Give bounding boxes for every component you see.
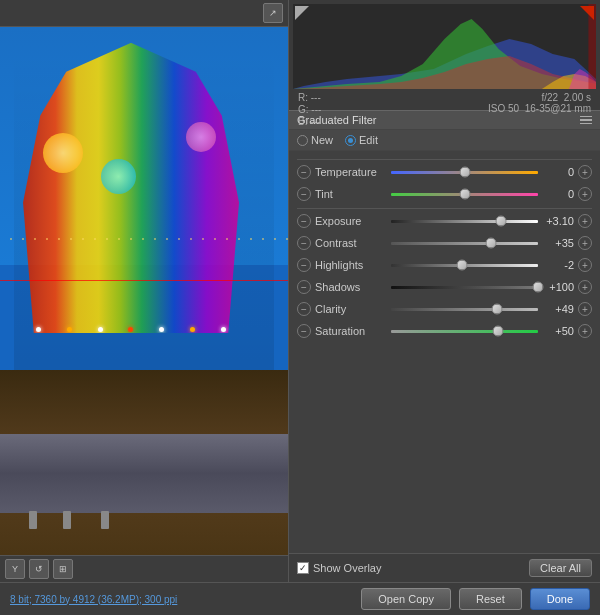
slider-track-saturation[interactable] <box>391 323 538 339</box>
image-container <box>0 27 288 555</box>
histogram-area: R: --- G: --- B: --- f/22 2.00 s ISO 50 … <box>289 0 600 110</box>
g-label: G: --- <box>298 104 321 115</box>
slider-thumb-highlights[interactable] <box>456 260 467 271</box>
slider-label-temperature: Temperature <box>315 166 387 178</box>
slider-minus-tint[interactable]: − <box>297 187 311 201</box>
slider-plus-tint[interactable]: + <box>578 187 592 201</box>
aperture-shutter: f/22 2.00 s <box>488 92 591 103</box>
slider-value-exposure: +3.10 <box>542 215 574 227</box>
slider-minus-shadows[interactable]: − <box>297 280 311 294</box>
radio-edit[interactable]: Edit <box>345 134 378 146</box>
slider-plus-temperature[interactable]: + <box>578 165 592 179</box>
checkbox-check-icon: ✓ <box>299 563 307 573</box>
slider-track-exposure[interactable] <box>391 213 538 229</box>
slider-track-bg-contrast <box>391 242 538 245</box>
open-copy-button[interactable]: Open Copy <box>361 588 451 610</box>
slider-track-highlights[interactable] <box>391 257 538 273</box>
radio-edit-dot <box>348 138 353 143</box>
slider-track-contrast[interactable] <box>391 235 538 251</box>
done-button[interactable]: Done <box>530 588 590 610</box>
action-buttons: Open Copy Reset Done <box>361 588 590 610</box>
slider-track-bg-tint <box>391 193 538 196</box>
image-panel: ↗ <box>0 0 288 582</box>
slider-thumb-clarity[interactable] <box>491 304 502 315</box>
slider-row-highlights: − Highlights -2 + <box>297 257 592 273</box>
histogram-svg <box>293 4 596 89</box>
slider-track-bg-temperature <box>391 171 538 174</box>
slider-thumb-tint[interactable] <box>459 189 470 200</box>
slider-minus-saturation[interactable]: − <box>297 324 311 338</box>
slider-track-bg-highlights <box>391 264 538 267</box>
r-label: R: --- <box>298 92 321 103</box>
sliders-area: − Temperature 0 + − Tint 0 + − Exposure … <box>289 151 600 553</box>
slider-track-bg-exposure <box>391 220 538 223</box>
top-area: ↗ <box>0 0 600 582</box>
slider-value-clarity: +49 <box>542 303 574 315</box>
image-toolbar: ↗ <box>0 0 288 27</box>
radio-edit-circle <box>345 135 356 146</box>
slider-value-shadows: +100 <box>542 281 574 293</box>
expand-icon[interactable]: ⊞ <box>53 559 73 579</box>
slider-minus-exposure[interactable]: − <box>297 214 311 228</box>
slider-row-exposure: − Exposure +3.10 + <box>297 213 592 229</box>
slider-value-saturation: +50 <box>542 325 574 337</box>
slider-plus-shadows[interactable]: + <box>578 280 592 294</box>
slider-track-clarity[interactable] <box>391 301 538 317</box>
slider-label-clarity: Clarity <box>315 303 387 315</box>
slider-thumb-shadows[interactable] <box>533 282 544 293</box>
bottom-bar: 8 bit; 7360 by 4912 (36.2MP); 300 ppi Op… <box>0 582 600 615</box>
clipping-highlights-icon[interactable] <box>580 6 594 20</box>
slider-row-temperature: − Temperature 0 + <box>297 164 592 180</box>
slider-track-bg-shadows <box>391 286 538 289</box>
show-overlay-label[interactable]: ✓ Show Overlay <box>297 562 381 574</box>
slider-plus-saturation[interactable]: + <box>578 324 592 338</box>
divider-1 <box>297 159 592 160</box>
slider-value-temperature: 0 <box>542 166 574 178</box>
overlay-bar: ✓ Show Overlay Clear All <box>289 553 600 582</box>
slider-plus-contrast[interactable]: + <box>578 236 592 250</box>
slider-thumb-contrast[interactable] <box>485 238 496 249</box>
slider-track-bg-saturation <box>391 330 538 333</box>
radio-new[interactable]: New <box>297 134 333 146</box>
navigate-icon[interactable]: ↗ <box>263 3 283 23</box>
slider-label-contrast: Contrast <box>315 237 387 249</box>
divider-2 <box>297 208 592 209</box>
slider-thumb-saturation[interactable] <box>493 326 504 337</box>
slider-thumb-temperature[interactable] <box>459 167 470 178</box>
slider-value-contrast: +35 <box>542 237 574 249</box>
iso-lens: ISO 50 16-35@21 mm <box>488 103 591 114</box>
rgb-info: R: --- G: --- B: --- f/22 2.00 s ISO 50 … <box>293 89 596 127</box>
b-label: B: --- <box>298 116 321 127</box>
slider-track-temperature[interactable] <box>391 164 538 180</box>
clipping-shadows-icon[interactable] <box>295 6 309 20</box>
slider-minus-highlights[interactable]: − <box>297 258 311 272</box>
histogram-canvas <box>293 4 596 89</box>
slider-label-tint: Tint <box>315 188 387 200</box>
rotate-icon[interactable]: ↺ <box>29 559 49 579</box>
slider-plus-clarity[interactable]: + <box>578 302 592 316</box>
slider-plus-highlights[interactable]: + <box>578 258 592 272</box>
image-bottom-bar: Y ↺ ⊞ <box>0 555 288 582</box>
slider-label-shadows: Shadows <box>315 281 387 293</box>
slider-plus-exposure[interactable]: + <box>578 214 592 228</box>
slider-value-tint: 0 <box>542 188 574 200</box>
slider-minus-temperature[interactable]: − <box>297 165 311 179</box>
slider-label-saturation: Saturation <box>315 325 387 337</box>
file-info[interactable]: 8 bit; 7360 by 4912 (36.2MP); 300 ppi <box>10 594 177 605</box>
filter-icon[interactable]: Y <box>5 559 25 579</box>
slider-label-exposure: Exposure <box>315 215 387 227</box>
sliders-container: − Temperature 0 + − Tint 0 + − Exposure … <box>297 164 592 339</box>
slider-row-saturation: − Saturation +50 + <box>297 323 592 339</box>
slider-minus-clarity[interactable]: − <box>297 302 311 316</box>
clear-all-button[interactable]: Clear All <box>529 559 592 577</box>
slider-track-tint[interactable] <box>391 186 538 202</box>
slider-minus-contrast[interactable]: − <box>297 236 311 250</box>
slider-track-shadows[interactable] <box>391 279 538 295</box>
show-overlay-checkbox[interactable]: ✓ <box>297 562 309 574</box>
slider-thumb-exposure[interactable] <box>496 216 507 227</box>
rgb-values: R: --- G: --- B: --- <box>298 92 321 127</box>
slider-label-highlights: Highlights <box>315 259 387 271</box>
filter-options: New Edit <box>289 130 600 151</box>
reset-button[interactable]: Reset <box>459 588 522 610</box>
slider-row-tint: − Tint 0 + <box>297 186 592 202</box>
